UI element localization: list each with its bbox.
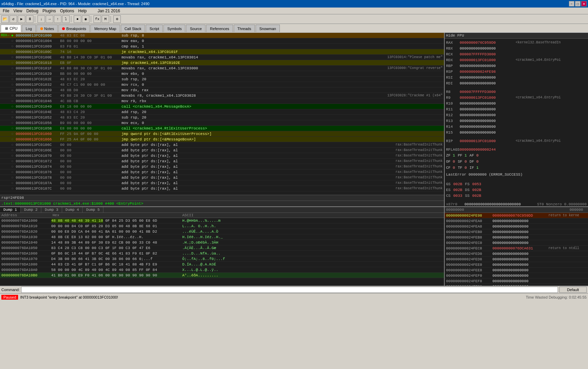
toolbar-asm[interactable]: fx — [94, 15, 101, 23]
list-item[interactable]: 0000000076DA1080 44 03 CD 41 0F B7 C1 0F… — [0, 262, 444, 267]
tab-cpu[interactable]: 🖥 CPU — [1, 25, 21, 32]
list-item[interactable]: 0000000076DA1000 48 8B 40 48 48 39 41 10… — [0, 218, 444, 223]
toolbar-mem[interactable]: M — [102, 15, 109, 23]
tab-call-stack[interactable]: Call Stack — [121, 25, 145, 32]
table-row[interactable]: ○ 000000013FC0107A 00 00 add byte ptr ds… — [0, 180, 444, 186]
dump-tab-3[interactable]: Dump 3 — [41, 207, 62, 213]
disasm-scroll[interactable]: RDX→ ● 000000013FC01000 48 83 EC 08 sub … — [0, 33, 444, 195]
table-row[interactable]: ○ 000000013FC01032 48 C7 C1 00 00 00 00 … — [0, 82, 444, 87]
menu-help[interactable]: Help — [76, 8, 89, 14]
toolbar-hw-bp[interactable]: ◉ — [82, 15, 89, 23]
list-item[interactable]: 0000000076DA1070 D4 3B 00 00 66 41 3B 0C… — [0, 256, 444, 262]
dump-tab-4[interactable]: Dump 4 — [62, 207, 83, 213]
toolbar-step-into[interactable]: ↓ — [38, 15, 45, 23]
toolbar-restart[interactable]: ↺ — [10, 15, 17, 23]
stack-content[interactable]: 000000000024FE98 000000000076C959DD retu… — [445, 213, 588, 286]
table-row[interactable]: ○ 000000013FC01074 00 00 add byte ptr ds… — [0, 164, 444, 169]
menu-view[interactable]: View — [11, 8, 24, 14]
list-item[interactable]: 000000000024FED0 0000000000000000 — [445, 251, 588, 257]
minimize-button[interactable]: − — [569, 1, 574, 6]
list-item[interactable]: 0000000076DA10A0 58 00 00 00 4C 89 40 00… — [0, 267, 444, 273]
table-row[interactable]: ○ 000000013FC01056 B9 00 00 00 00 mov ec… — [0, 120, 444, 126]
list-item[interactable]: 0000000076DA1010 00 00 00 84 C0 0F 85 20… — [0, 223, 444, 229]
list-item[interactable]: 000000000024FEA8 0000000000000000 — [445, 224, 588, 229]
close-button[interactable]: ✕ — [581, 1, 587, 6]
toolbar-step-out[interactable]: ↑ — [54, 15, 61, 23]
menu-debug[interactable]: Debug — [24, 8, 40, 14]
table-row[interactable]: ○ 000000013FC01060 FF 25 9A 0F 00 00 jmp… — [0, 131, 444, 137]
table-row[interactable]: ○ 000000013FC0100E 48 B8 14 30 C0 3F 01 … — [0, 55, 444, 60]
list-item[interactable]: 000000000024FEB8 0000000000000000 — [445, 235, 588, 240]
list-item[interactable]: 0000000076DA10B0 41 B0 01 00 E9 F0 41 06… — [0, 273, 444, 278]
table-row[interactable]: ○ 000000013FC01049 E8 18 00 00 00 call <… — [0, 104, 444, 109]
tab-breakpoints[interactable]: Breakpoints — [58, 25, 90, 32]
tab-source[interactable]: Source — [186, 25, 205, 32]
table-row[interactable]: ○ 000000013FC01046 4C 8B CB mov r9, rbx — [0, 98, 444, 104]
table-row[interactable]: ○ 000000013FC01039 48 8B D0 mov rdx, rax — [0, 87, 444, 93]
list-item[interactable]: 0000000076DA1030 48 8B CE E8 13 02 00 00… — [0, 234, 444, 240]
menu-plugins[interactable]: Plugins — [41, 8, 58, 14]
table-row[interactable]: ○ 000000013FC0105B E8 00 00 00 00 call <… — [0, 126, 444, 131]
reg-content[interactable]: RAX 0000000076C959D0 <kernel32.BaseThrea… — [445, 39, 588, 206]
dump-content[interactable]: 0000000076DA1000 48 8B 40 48 48 39 41 10… — [0, 218, 444, 286]
menu-file[interactable]: File — [1, 8, 11, 14]
table-row[interactable]: RDX→ ● 000000013FC01000 48 83 EC 08 sub … — [0, 33, 444, 38]
list-item[interactable]: 0000000076DA1050 83 C4 28 C3 C8 00 00 C3… — [0, 245, 444, 251]
tab-log[interactable]: Log — [22, 25, 35, 32]
tab-notes[interactable]: Notes — [37, 25, 58, 32]
table-row[interactable]: ○ 000000013FC01070 00 00 add byte ptr ds… — [0, 153, 444, 159]
list-item[interactable]: 000000000024FE98 000000000076C959DD retu… — [445, 213, 588, 218]
list-item[interactable]: 0000000076DA1020 00 00 E8 D9 CA 04 00 41… — [0, 229, 444, 234]
table-row[interactable]: ○ 000000013FC0103C 49 B8 28 30 C0 3F 01 … — [0, 93, 444, 98]
list-item[interactable]: 000000000024FF00 0000000000000000 — [445, 284, 588, 286]
tab-symbols[interactable]: Symbols — [163, 25, 185, 32]
toolbar-pause[interactable]: ⏸ — [26, 15, 33, 23]
table-row[interactable]: ○ 000000013FC01004 B8 00 00 00 00 mov ea… — [0, 38, 444, 44]
dump-tab-5[interactable]: Dump 5 — [83, 207, 103, 213]
toolbar-run-to-cursor[interactable]: ⤵ — [62, 15, 70, 23]
table-row[interactable]: ○ 000000013FC0106E 00 00 add byte ptr ds… — [0, 148, 444, 153]
list-item[interactable]: 000000000024FEE0 0000000000000000 — [445, 262, 588, 268]
tab-snowman[interactable]: Snowman — [256, 25, 280, 32]
table-row[interactable]: ○ 000000013FC01052 48 83 EC 20 sub rsp, … — [0, 115, 444, 120]
list-item[interactable]: 000000000024FEC0 0000000000000000 — [445, 240, 588, 246]
list-item[interactable]: 000000000024FEE8 0000000000000000 — [445, 268, 588, 273]
table-row[interactable]: ○ 000000013FC01009 83 F8 01 cmp eax, 1 — [0, 44, 444, 49]
menu-options[interactable]: Options — [58, 8, 76, 14]
table-row[interactable]: ○ 000000013FC0102E 48 83 EC 20 sub rsp, … — [0, 77, 444, 82]
table-row[interactable]: ○ 000000013FC01018 EB 0F jmp crackme1_x6… — [0, 60, 444, 66]
list-item[interactable]: 000000000024FEA0 0000000000000000 — [445, 218, 588, 224]
toolbar-play[interactable]: ▶ — [18, 15, 25, 23]
list-item[interactable]: 0000000076DA1040 14 48 89 3B 44 89 6F 30… — [0, 240, 444, 245]
toolbar-bp[interactable]: ● — [74, 15, 81, 23]
list-item[interactable]: 000000000024FEF0 0000000000000000 — [445, 273, 588, 278]
dump-tab-2[interactable]: Dump 2 — [21, 207, 42, 213]
table-row[interactable]: ○ 000000013FC01072 00 00 add byte ptr ds… — [0, 159, 444, 164]
toolbar-open[interactable]: 📂 — [1, 15, 9, 23]
list-item[interactable]: 000000000024FED8 0000000000000000 — [445, 257, 588, 262]
tab-script[interactable]: Script — [146, 25, 163, 32]
table-row[interactable]: ○ 000000013FC0106C 00 00 add byte ptr ds… — [0, 142, 444, 148]
table-row[interactable]: ○ 000000013FC01078 00 00 add byte ptr ds… — [0, 175, 444, 180]
tab-memory-map[interactable]: Memory Map — [90, 25, 120, 32]
table-row[interactable]: ○ 000000013FC01066 FF 25 A4 0F 00 00 jmp… — [0, 137, 444, 142]
reg-header[interactable]: Hide FPU — [445, 33, 588, 39]
default-button[interactable]: Default — [559, 287, 587, 293]
list-item[interactable]: 000000000024FEC8 000000000076DCA631 retu… — [445, 246, 588, 251]
list-item[interactable]: 000000000024FEB0 0000000000000000 — [445, 229, 588, 235]
toolbar-settings[interactable]: ⚙ — [113, 15, 121, 23]
dump-tab-1[interactable]: Dump 1 — [0, 207, 21, 213]
toolbar-step-over[interactable]: → — [46, 15, 53, 23]
table-row[interactable]: ○ 000000013FC0104E 48 83 C4 20 add rsp, … — [0, 109, 444, 115]
table-row[interactable]: ○ 000000013FC0101F 48 B8 00 30 C0 3F 01 … — [0, 66, 444, 71]
table-row[interactable]: ○ 000000013FC01029 BB 00 00 00 00 mov eb… — [0, 71, 444, 77]
command-input[interactable] — [21, 287, 558, 293]
table-row[interactable]: ○ 000000013FC0100C 74 16 je crackme1_x64… — [0, 49, 444, 55]
maximize-button[interactable]: □ — [575, 1, 580, 6]
tab-threads[interactable]: Threads — [234, 25, 255, 32]
table-row[interactable]: ○ 000000013FC0107C 00 00 add byte ptr ds… — [0, 186, 444, 191]
table-row[interactable]: ○ 000000013FC01076 00 00 add byte ptr ds… — [0, 169, 444, 175]
list-item[interactable]: 0000000076DA1060 0F B6 0C 18 44 0F B7 0C… — [0, 251, 444, 256]
list-item[interactable]: 000000000024FEF8 0000000000000000 — [445, 278, 588, 284]
tab-references[interactable]: References — [206, 25, 233, 32]
